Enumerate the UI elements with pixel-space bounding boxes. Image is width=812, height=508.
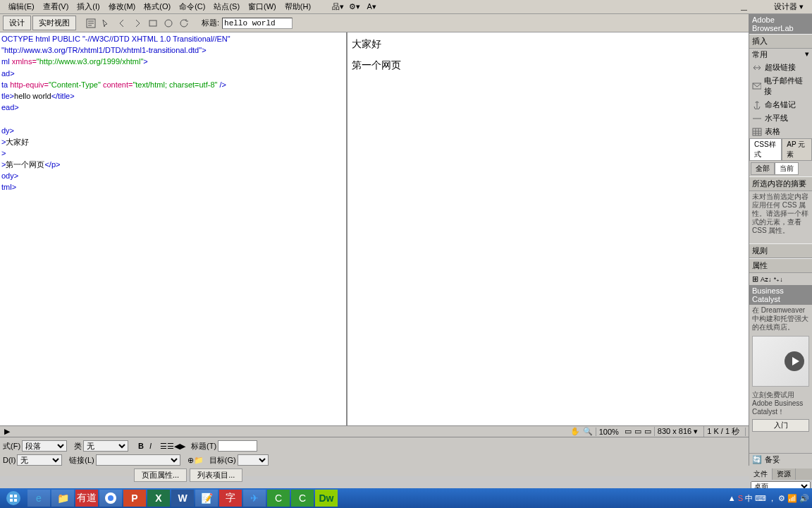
gear-icon[interactable]: ⚙▾ [346,1,363,13]
tray-network-icon[interactable]: 📶 [787,494,797,503]
login-button[interactable]: 入门 [752,419,809,432]
menu-modify[interactable]: 修改(M) [104,0,140,13]
tag-selector-arrow[interactable]: ▶ [3,427,11,436]
taskbar-ie[interactable]: e [27,490,50,507]
tray-keyboard-icon[interactable]: ⌨ [755,494,766,503]
refresh-files-icon[interactable]: 🔄 [752,455,762,464]
css-styles-tab[interactable]: CSS样式 [749,138,782,161]
taskbar-powerpoint[interactable]: P [123,490,146,507]
rules-header[interactable]: 规则 [749,243,812,258]
bc-video-thumbnail[interactable] [752,336,809,387]
insert-panel-header[interactable]: 插入 [749,34,812,49]
tray-punct-icon[interactable]: ， [768,493,776,504]
taskbar-explorer[interactable]: 📁 [51,490,74,507]
menu-command[interactable]: 命令(C) [175,0,209,13]
link-select[interactable] [96,454,180,466]
show-set-icon[interactable]: *₊↓ [774,276,783,283]
hand-tool-icon[interactable]: ✋ [570,427,580,436]
font-icon[interactable]: A▾ [363,1,380,13]
bold-button[interactable]: B [135,442,147,450]
nav-fwd-icon[interactable] [131,17,144,30]
design-button[interactable]: 设计 [3,16,31,30]
menu-help[interactable]: 帮助(H) [281,0,315,13]
browserlab-panel-header[interactable]: Adobe BrowserLab [749,14,812,34]
ol-button[interactable]: ☰ [167,442,174,451]
menu-window[interactable]: 窗口(W) [244,0,281,13]
chevron-down-icon[interactable]: ▾ [805,49,809,60]
italic-button[interactable]: I [147,442,154,450]
taskbar-app[interactable]: 字 [219,490,242,507]
screen-size-icon[interactable]: ▭ [634,427,641,436]
menu-site[interactable]: 站点(S) [209,0,244,13]
business-catalyst-header[interactable]: Business Catalyst [749,285,812,305]
taskbar-chrome[interactable] [99,490,122,507]
start-button[interactable] [0,488,27,508]
class-select[interactable]: 无 [83,440,128,452]
live-code-icon[interactable] [85,17,97,30]
preview-icon[interactable] [162,17,175,30]
insert-named-anchor[interactable]: 命名锚记 [749,98,812,111]
files-tab[interactable]: 文件 [749,468,773,480]
id-select[interactable]: 无 [17,454,62,466]
system-tray[interactable]: ▲ S 中 ⌨ ， ⚙ 📶 🔊 [728,493,812,504]
ul-button[interactable]: ☰ [160,442,167,451]
point-to-file-icon[interactable]: ⊕ [187,456,194,465]
taskbar-camtasia[interactable]: C [267,490,290,507]
az-sort-icon[interactable]: Aᴢ↓ [761,276,772,283]
insert-category[interactable]: 常用 [752,49,768,60]
taskbar-dreamweaver[interactable]: Dw [315,490,338,507]
play-icon[interactable] [785,351,804,371]
taskbar-notepad[interactable]: 📝 [195,490,218,507]
tray-volume-icon[interactable]: 🔊 [799,494,809,503]
format-select[interactable]: 段落 [22,440,67,452]
format-label: 式(F) [3,441,20,452]
taskbar-word[interactable]: W [171,490,194,507]
class-label: 类 [74,441,82,452]
workspace-switcher[interactable]: 设计器 ▾ [770,0,808,13]
minimize-app-icon[interactable]: — [741,6,747,13]
title-input[interactable] [222,18,293,29]
css-all-button[interactable]: 全部 [751,162,775,175]
tray-settings-icon[interactable]: ⚙ [778,494,785,503]
page-properties-button[interactable]: 页面属性... [134,468,187,482]
taskbar-excel[interactable]: X [147,490,170,507]
menu-view[interactable]: 查看(V) [39,0,73,13]
insert-table[interactable]: 表格 [749,125,812,138]
indent-button[interactable]: ▶ [180,442,185,451]
inspect-icon[interactable] [100,17,113,30]
tray-ime-icon[interactable]: 中 [745,493,753,504]
taskbar-camtasia2[interactable]: C [291,490,314,507]
layout-dropdown-icon[interactable]: 品▾ [329,0,346,13]
title-attr-input[interactable] [218,440,257,452]
menu-edit[interactable]: 编辑(E) [4,0,39,13]
screen-size-icon[interactable]: ▭ [644,427,651,436]
design-view[interactable]: 大家好 第一个网页 [347,32,812,425]
add-property-icon[interactable]: ⊞ [752,274,758,283]
zoom-level[interactable]: 100% [596,428,622,436]
outdent-button[interactable]: ◀ [174,442,180,451]
target-select[interactable] [238,454,269,466]
assets-tab[interactable]: 资源 [773,468,796,480]
window-size[interactable]: 830 x 816 ▾ [654,427,701,436]
taskbar-feiq[interactable]: ✈ [243,490,266,507]
insert-hyperlink[interactable]: 超级链接 [749,61,812,74]
screen-size-icon[interactable]: ▭ [625,427,632,436]
menu-insert[interactable]: 插入(I) [73,0,104,13]
live-view-button[interactable]: 实时视图 [32,16,76,30]
menu-format[interactable]: 格式(O) [140,0,175,13]
list-item-button[interactable]: 列表项目... [190,468,242,482]
css-current-button[interactable]: 当前 [775,162,799,175]
code-view[interactable]: OCTYPE html PUBLIC "-//W3C//DTD XHTML 1.… [0,32,347,425]
refresh-icon[interactable] [178,17,190,30]
browse-icon[interactable]: 📁 [194,456,204,465]
insert-hr[interactable]: 水平线 [749,111,812,125]
ap-elements-tab[interactable]: AP 元素 [782,138,812,161]
nav-back-icon[interactable] [116,17,128,30]
taskbar-youdao[interactable]: 有道 [75,490,98,507]
tray-expand-icon[interactable]: ▲ [728,494,736,502]
file-mgmt-icon[interactable] [147,17,159,30]
zoom-tool-icon[interactable]: 🔍 [583,427,593,436]
tray-sogou-icon[interactable]: S [738,494,743,502]
insert-email-link[interactable]: 电子邮件链接 [749,74,812,98]
properties-header[interactable]: 属性 [749,258,812,273]
